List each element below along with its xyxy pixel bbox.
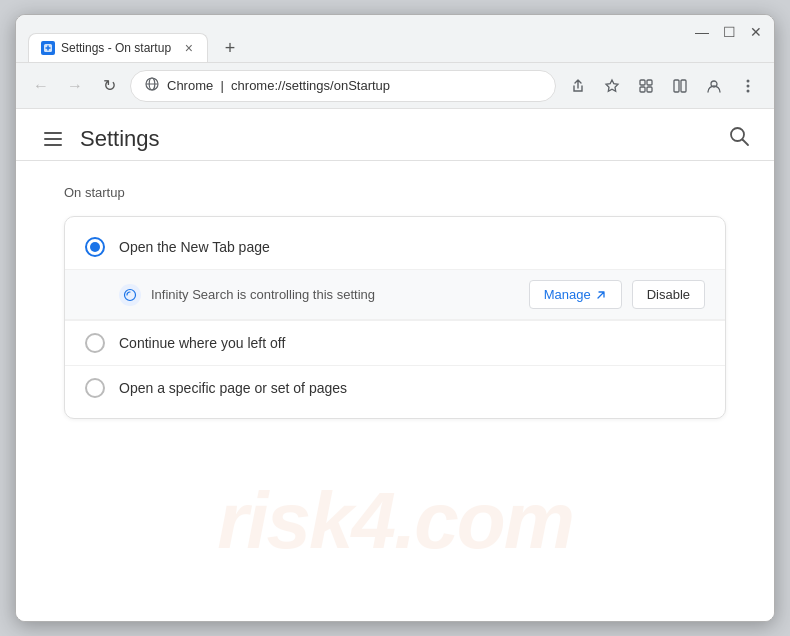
address-bar: ← → ↻ Chrome | chrome://settings/onStart… — [16, 63, 774, 109]
option-specific-page-label: Open a specific page or set of pages — [119, 380, 347, 396]
svg-point-11 — [747, 79, 750, 82]
option-continue-label: Continue where you left off — [119, 335, 285, 351]
active-tab[interactable]: Settings - On startup × — [28, 33, 208, 62]
page-content: Settings On startup Open the New Tab pag… — [16, 109, 774, 621]
toolbar-icons — [564, 72, 762, 100]
extension-notice-label: Infinity Search is controlling this sett… — [151, 287, 519, 302]
star-icon[interactable] — [598, 72, 626, 100]
svg-point-13 — [747, 89, 750, 92]
option-continue[interactable]: Continue where you left off — [65, 321, 725, 365]
page-title: Settings — [80, 126, 160, 152]
radio-new-tab-inner — [90, 242, 100, 252]
svg-point-12 — [747, 84, 750, 87]
svg-rect-9 — [681, 80, 686, 92]
settings-search-button[interactable] — [728, 125, 750, 152]
settings-body: On startup Open the New Tab page Infinit… — [16, 161, 774, 443]
browser-window: Settings - On startup × + — ☐ ✕ ← → ↻ C — [15, 14, 775, 622]
hamburger-line-1 — [44, 132, 62, 134]
close-button[interactable]: ✕ — [750, 25, 762, 39]
browser-icon — [145, 77, 159, 94]
reload-button[interactable]: ↻ — [96, 73, 122, 99]
settings-title-area: Settings — [40, 126, 160, 152]
tab-strip: Settings - On startup × + — [28, 33, 762, 62]
extension-notice-row: Infinity Search is controlling this sett… — [65, 269, 725, 320]
extension-icon — [119, 284, 141, 306]
option-new-tab-label: Open the New Tab page — [119, 239, 270, 255]
back-button[interactable]: ← — [28, 73, 54, 99]
svg-line-15 — [743, 140, 749, 146]
title-bar: Settings - On startup × + — ☐ ✕ — [16, 15, 774, 63]
hamburger-line-2 — [44, 138, 62, 140]
share-icon[interactable] — [564, 72, 592, 100]
radio-new-tab[interactable] — [85, 237, 105, 257]
hamburger-line-3 — [44, 144, 62, 146]
section-label: On startup — [64, 185, 726, 200]
option-new-tab[interactable]: Open the New Tab page — [65, 225, 725, 269]
forward-button[interactable]: → — [62, 73, 88, 99]
hamburger-menu-button[interactable] — [40, 128, 66, 150]
svg-rect-8 — [674, 80, 679, 92]
url-chrome-part: Chrome | chrome://settings/onStartup — [167, 78, 390, 93]
svg-rect-4 — [640, 80, 645, 85]
tab-favicon — [41, 41, 55, 55]
svg-point-16 — [125, 289, 136, 300]
tab-title: Settings - On startup — [61, 41, 177, 55]
radio-continue[interactable] — [85, 333, 105, 353]
extensions-icon[interactable] — [632, 72, 660, 100]
watermark: risk4.com — [16, 421, 774, 621]
new-tab-button[interactable]: + — [216, 34, 244, 62]
tab-close-btn[interactable]: × — [183, 40, 195, 56]
window-controls: — ☐ ✕ — [695, 25, 762, 39]
minimize-button[interactable]: — — [695, 25, 709, 39]
address-input[interactable]: Chrome | chrome://settings/onStartup — [130, 70, 556, 102]
option-specific-page[interactable]: Open a specific page or set of pages — [65, 366, 725, 410]
svg-rect-7 — [647, 87, 652, 92]
svg-rect-6 — [640, 87, 645, 92]
maximize-button[interactable]: ☐ — [723, 25, 736, 39]
settings-header: Settings — [16, 109, 774, 161]
radio-specific-page[interactable] — [85, 378, 105, 398]
disable-button[interactable]: Disable — [632, 280, 705, 309]
options-card: Open the New Tab page Infinity Search is… — [64, 216, 726, 419]
more-options-icon[interactable] — [734, 72, 762, 100]
profile-icon[interactable] — [700, 72, 728, 100]
profile-sidebar-icon[interactable] — [666, 72, 694, 100]
manage-button[interactable]: Manage — [529, 280, 622, 309]
svg-rect-5 — [647, 80, 652, 85]
